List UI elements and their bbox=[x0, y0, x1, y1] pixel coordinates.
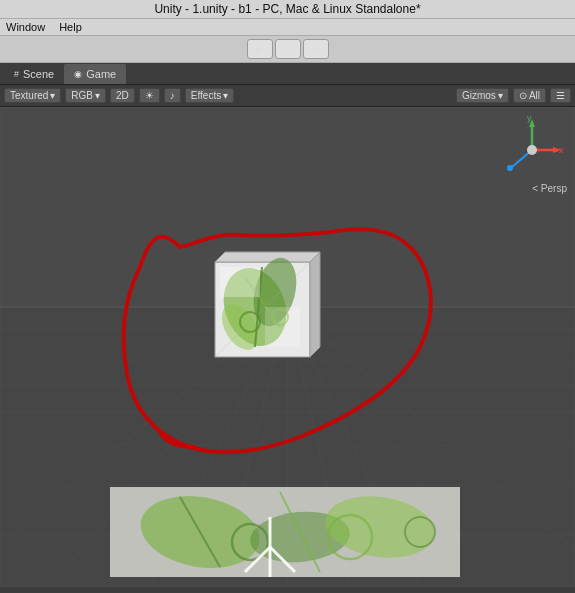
tab-bar: # Scene ◉ Game bbox=[0, 63, 575, 85]
effects-label: Effects bbox=[191, 90, 221, 101]
channel-chevron: ▾ bbox=[95, 90, 100, 101]
cube-svg bbox=[195, 247, 330, 382]
tab-scene[interactable]: # Scene bbox=[4, 64, 64, 84]
effects-chevron: ▾ bbox=[223, 90, 228, 101]
svg-point-52 bbox=[507, 165, 513, 171]
svg-text:y: y bbox=[527, 115, 532, 123]
svg-rect-32 bbox=[220, 267, 260, 297]
shading-mode-label: Textured bbox=[10, 90, 48, 101]
game-tab-icon: ◉ bbox=[74, 69, 82, 79]
shading-mode-chevron: ▾ bbox=[50, 90, 55, 101]
collapse-button[interactable]: ☰ bbox=[550, 88, 571, 103]
svg-rect-33 bbox=[265, 307, 300, 347]
perspective-label: < Persp bbox=[532, 183, 567, 194]
lighting-icon: ☀ bbox=[145, 90, 154, 101]
scene-toolbar: Textured ▾ RGB ▾ 2D ☀ ♪ Effects ▾ Gizmos… bbox=[0, 85, 575, 107]
2d-label: 2D bbox=[116, 90, 129, 101]
scene-viewport[interactable]: y x < Persp bbox=[0, 107, 575, 587]
lighting-toggle[interactable]: ☀ bbox=[139, 88, 160, 103]
cube-3d-object bbox=[195, 247, 330, 382]
audio-icon: ♪ bbox=[170, 90, 175, 101]
svg-point-53 bbox=[527, 145, 537, 155]
light-burst-svg bbox=[240, 517, 300, 577]
play-toolbar: ▶ ⏸ ⏭ bbox=[0, 36, 575, 63]
gizmos-chevron: ▾ bbox=[498, 90, 503, 101]
step-button[interactable]: ⏭ bbox=[303, 39, 329, 59]
game-tab-label: Game bbox=[86, 68, 116, 80]
2d-toggle[interactable]: 2D bbox=[110, 88, 135, 103]
svg-line-46 bbox=[270, 547, 295, 572]
effects-dropdown[interactable]: Effects ▾ bbox=[185, 88, 234, 103]
scene-toolbar-right: Gizmos ▾ ⊙ All ☰ bbox=[456, 88, 571, 103]
gizmos-dropdown[interactable]: Gizmos ▾ bbox=[456, 88, 509, 103]
menu-item-window[interactable]: Window bbox=[6, 21, 45, 33]
gizmo-svg: y x bbox=[497, 115, 567, 185]
shading-mode-dropdown[interactable]: Textured ▾ bbox=[4, 88, 61, 103]
tab-game[interactable]: ◉ Game bbox=[64, 64, 126, 84]
menu-item-help[interactable]: Help bbox=[59, 21, 82, 33]
channel-dropdown[interactable]: RGB ▾ bbox=[65, 88, 106, 103]
scene-tab-label: Scene bbox=[23, 68, 54, 80]
gizmos-label: Gizmos bbox=[462, 90, 496, 101]
svg-marker-23 bbox=[215, 252, 320, 262]
collapse-icon: ☰ bbox=[556, 90, 565, 101]
search-field[interactable]: ⊙ All bbox=[513, 88, 546, 103]
play-button[interactable]: ▶ bbox=[247, 39, 273, 59]
light-burst bbox=[240, 517, 300, 577]
search-icon: ⊙ bbox=[519, 90, 527, 101]
title-bar: Unity - 1.unity - b1 - PC, Mac & Linux S… bbox=[0, 0, 575, 19]
audio-toggle[interactable]: ♪ bbox=[164, 88, 181, 103]
svg-line-45 bbox=[245, 547, 270, 572]
scene-tab-icon: # bbox=[14, 69, 19, 79]
title-text: Unity - 1.unity - b1 - PC, Mac & Linux S… bbox=[154, 2, 420, 16]
scene-gizmo: y x bbox=[497, 115, 567, 185]
svg-marker-24 bbox=[310, 252, 320, 357]
svg-text:x: x bbox=[559, 145, 564, 155]
pause-button[interactable]: ⏸ bbox=[275, 39, 301, 59]
menu-bar: Window Help bbox=[0, 19, 575, 36]
search-label: All bbox=[529, 90, 540, 101]
channel-label: RGB bbox=[71, 90, 93, 101]
